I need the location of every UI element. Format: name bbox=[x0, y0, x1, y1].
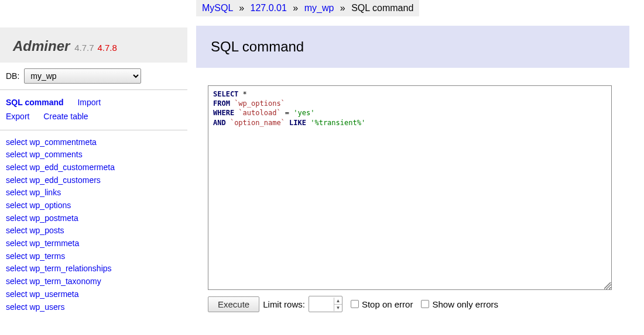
page-title: SQL command bbox=[196, 26, 629, 68]
limit-rows-input[interactable] bbox=[309, 297, 334, 311]
table-list: select wp_commentmeta select wp_comments… bbox=[0, 130, 187, 320]
sql-identifier: `option_name` bbox=[230, 119, 285, 127]
db-selector-row: DB: my_wp bbox=[0, 63, 187, 90]
app-version: 4.7.7 bbox=[74, 43, 94, 53]
link-import[interactable]: Import bbox=[77, 96, 101, 110]
sql-keyword: SELECT bbox=[213, 90, 238, 98]
limit-rows-label: Limit rows: bbox=[263, 299, 305, 309]
breadcrumb-sep: » bbox=[293, 3, 298, 13]
sql-keyword: LIKE bbox=[289, 119, 306, 127]
sql-string: '%transient%' bbox=[310, 119, 365, 127]
limit-rows-input-wrap: ▲ ▼ bbox=[309, 296, 342, 312]
table-link[interactable]: select wp_options bbox=[6, 199, 181, 212]
sql-keyword: AND bbox=[213, 119, 226, 127]
execute-button[interactable]: Execute bbox=[208, 296, 259, 312]
app-logo: Adminer 4.7.7 4.7.8 bbox=[0, 27, 187, 63]
breadcrumb: MySQL » 127.0.01 » my_wp » SQL command bbox=[196, 0, 419, 16]
table-link[interactable]: select wp_edd_customers bbox=[6, 174, 181, 187]
table-link[interactable]: select wp_term_relationships bbox=[6, 263, 181, 275]
show-only-errors-checkbox[interactable] bbox=[421, 300, 429, 308]
breadcrumb-sep: » bbox=[239, 3, 244, 13]
spinner-down-icon[interactable]: ▼ bbox=[334, 305, 342, 311]
link-create-table[interactable]: Create table bbox=[43, 110, 88, 124]
link-sql-command[interactable]: SQL command bbox=[6, 96, 64, 110]
table-link[interactable]: select wp_posts bbox=[6, 225, 181, 237]
show-only-errors-label: Show only errors bbox=[432, 299, 498, 309]
spinner-up-icon[interactable]: ▲ bbox=[334, 298, 342, 305]
table-link[interactable]: select wp_usermeta bbox=[6, 288, 181, 301]
sql-textarea[interactable]: SELECT * FROM `wp_options` WHERE `autolo… bbox=[208, 85, 612, 290]
sql-keyword: FROM bbox=[213, 99, 230, 108]
link-export[interactable]: Export bbox=[6, 110, 29, 124]
sidebar: Adminer 4.7.7 4.7.8 DB: my_wp SQL comman… bbox=[0, 0, 187, 319]
breadcrumb-current: SQL command bbox=[351, 3, 413, 13]
sql-string: 'yes' bbox=[293, 109, 314, 117]
breadcrumb-host[interactable]: 127.0.01 bbox=[251, 3, 287, 13]
table-link[interactable]: select wp_terms bbox=[6, 250, 181, 263]
sql-token: = bbox=[281, 109, 294, 117]
main-content: SQL command SELECT * FROM `wp_options` W… bbox=[196, 26, 629, 312]
stop-on-error-label: Stop on error bbox=[362, 299, 413, 309]
sql-identifier: `autoload` bbox=[238, 109, 280, 117]
sql-token: * bbox=[238, 90, 246, 98]
table-link[interactable]: select wp_termmeta bbox=[6, 237, 181, 250]
stop-on-error-checkbox[interactable] bbox=[351, 300, 359, 308]
app-latest-version: 4.7.8 bbox=[98, 43, 117, 53]
breadcrumb-server-type[interactable]: MySQL bbox=[202, 3, 233, 13]
db-label: DB: bbox=[6, 71, 19, 81]
side-links: SQL command Import Export Create table bbox=[0, 90, 187, 130]
table-link[interactable]: select wp_links bbox=[6, 187, 181, 199]
table-link[interactable]: select wp_postmeta bbox=[6, 212, 181, 225]
table-link[interactable]: select wp_edd_customermeta bbox=[6, 161, 181, 174]
sql-identifier: `wp_options` bbox=[234, 99, 285, 108]
app-name: Adminer bbox=[13, 38, 70, 54]
table-link[interactable]: select wp_commentmeta bbox=[6, 136, 181, 149]
table-link[interactable]: select wp_term_taxonomy bbox=[6, 275, 181, 288]
table-link[interactable]: select wp_users bbox=[6, 301, 181, 314]
spinner-buttons: ▲ ▼ bbox=[334, 298, 342, 311]
db-select[interactable]: my_wp bbox=[24, 68, 141, 84]
sql-controls: Execute Limit rows: ▲ ▼ Stop on error Sh… bbox=[208, 296, 629, 312]
breadcrumb-db[interactable]: my_wp bbox=[304, 3, 334, 13]
breadcrumb-sep: » bbox=[340, 3, 345, 13]
table-link[interactable]: select wp_comments bbox=[6, 148, 181, 161]
sql-keyword: WHERE bbox=[213, 109, 234, 117]
